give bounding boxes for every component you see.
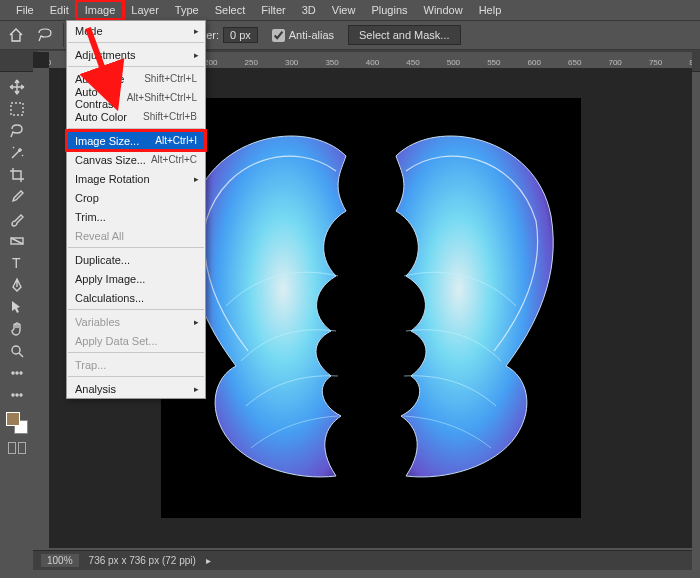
zoom-level[interactable]: 100% <box>41 554 79 567</box>
ruler-vertical <box>33 68 49 548</box>
ruler-tick: 550 <box>487 58 500 67</box>
menu-item-image-rotation[interactable]: Image Rotation <box>67 169 205 188</box>
anti-alias-label: Anti-alias <box>289 29 334 41</box>
menu-item-label: Mode <box>75 25 103 37</box>
svg-rect-0 <box>11 103 23 115</box>
menu-item-canvas-size[interactable]: Canvas Size...Alt+Ctrl+C <box>67 150 205 169</box>
menu-item-adjustments[interactable]: Adjustments <box>67 45 205 64</box>
magic-wand-tool[interactable] <box>5 142 29 164</box>
lasso-tool[interactable] <box>5 120 29 142</box>
pen-tool[interactable] <box>5 274 29 296</box>
ruler-tick: 300 <box>285 58 298 67</box>
svg-text:T: T <box>12 255 21 271</box>
menu-item-mode[interactable]: Mode <box>67 21 205 40</box>
image-content-left-wing <box>181 126 366 486</box>
menu-item-auto-color[interactable]: Auto ColorShift+Ctrl+B <box>67 107 205 126</box>
menu-item-label: Canvas Size... <box>75 154 146 166</box>
ruler-tick: 650 <box>568 58 581 67</box>
menu-layer[interactable]: Layer <box>123 1 167 19</box>
menu-filter[interactable]: Filter <box>253 1 293 19</box>
menu-item-label: Duplicate... <box>75 254 130 266</box>
menu-item-label: Analysis <box>75 383 116 395</box>
ruler-tick: 200 <box>204 58 217 67</box>
menu-item-label: Auto Color <box>75 111 127 123</box>
anti-alias-input[interactable] <box>272 29 285 42</box>
marquee-tool[interactable] <box>5 98 29 120</box>
menu-item-label: Trap... <box>75 359 106 371</box>
edit-toolbar[interactable] <box>5 384 29 406</box>
tools-panel: T <box>4 72 30 456</box>
hand-tool[interactable] <box>5 318 29 340</box>
zoom-tool[interactable] <box>5 340 29 362</box>
menu-separator <box>68 247 204 248</box>
image-content-right-wing <box>376 126 561 486</box>
menu-item-crop[interactable]: Crop <box>67 188 205 207</box>
menu-item-duplicate[interactable]: Duplicate... <box>67 250 205 269</box>
menu-item-label: Auto Contrast <box>75 86 127 110</box>
home-button[interactable] <box>4 23 28 47</box>
more-tools[interactable] <box>5 362 29 384</box>
menu-item-variables: Variables <box>67 312 205 331</box>
svg-point-8 <box>16 394 18 396</box>
gradient-tool[interactable] <box>5 230 29 252</box>
image-menu-dropdown: ModeAdjustmentsAuto ToneShift+Ctrl+LAuto… <box>66 20 206 399</box>
menu-item-label: Variables <box>75 316 120 328</box>
menu-separator <box>68 42 204 43</box>
document-info: 736 px x 736 px (72 ppi) <box>89 555 196 566</box>
menu-item-image-size[interactable]: Image Size...Alt+Ctrl+I <box>67 131 205 150</box>
ruler-tick: 800 <box>689 58 692 67</box>
menu-item-label: Trim... <box>75 211 106 223</box>
menu-view[interactable]: View <box>324 1 364 19</box>
anti-alias-checkbox[interactable]: Anti-alias <box>272 29 334 42</box>
menu-item-shortcut: Alt+Ctrl+I <box>155 135 197 146</box>
status-chevron-icon[interactable]: ▸ <box>206 555 211 566</box>
select-and-mask-button[interactable]: Select and Mask... <box>348 25 461 45</box>
menu-item-shortcut: Alt+Shift+Ctrl+L <box>127 92 197 103</box>
status-bar: 100% 736 px x 736 px (72 ppi) ▸ <box>33 550 692 570</box>
brush-tool[interactable] <box>5 208 29 230</box>
menu-item-shortcut: Alt+Ctrl+C <box>151 154 197 165</box>
menu-item-label: Auto Tone <box>75 73 124 85</box>
ruler-tick: 750 <box>649 58 662 67</box>
crop-tool[interactable] <box>5 164 29 186</box>
path-select-tool[interactable] <box>5 296 29 318</box>
menu-plugins[interactable]: Plugins <box>363 1 415 19</box>
color-swatches[interactable] <box>6 412 28 434</box>
menu-item-label: Apply Data Set... <box>75 335 158 347</box>
home-icon <box>8 27 24 43</box>
foreground-color-swatch[interactable] <box>6 412 20 426</box>
menu-window[interactable]: Window <box>416 1 471 19</box>
lasso-icon <box>36 27 54 43</box>
menu-type[interactable]: Type <box>167 1 207 19</box>
move-tool[interactable] <box>5 76 29 98</box>
ruler-tick: 600 <box>528 58 541 67</box>
menu-item-label: Adjustments <box>75 49 136 61</box>
screen-mode[interactable] <box>7 442 27 456</box>
menu-3d[interactable]: 3D <box>294 1 324 19</box>
ruler-tick: 400 <box>366 58 379 67</box>
menu-file[interactable]: File <box>8 1 42 19</box>
canvas[interactable] <box>161 98 581 518</box>
ruler-tick: 700 <box>608 58 621 67</box>
svg-point-6 <box>20 372 22 374</box>
menu-image[interactable]: Image <box>77 1 124 19</box>
ruler-tick: 500 <box>447 58 460 67</box>
feather-input[interactable]: 0 px <box>223 27 258 43</box>
menu-item-auto-contrast[interactable]: Auto ContrastAlt+Shift+Ctrl+L <box>67 88 205 107</box>
menu-item-analysis[interactable]: Analysis <box>67 379 205 398</box>
eyedropper-tool[interactable] <box>5 186 29 208</box>
menu-help[interactable]: Help <box>471 1 510 19</box>
menu-item-apply-image[interactable]: Apply Image... <box>67 269 205 288</box>
menu-select[interactable]: Select <box>207 1 254 19</box>
active-tool-preview[interactable] <box>34 23 64 47</box>
type-tool[interactable]: T <box>5 252 29 274</box>
ruler-tick: 0 <box>49 58 51 67</box>
menu-edit[interactable]: Edit <box>42 1 77 19</box>
svg-point-7 <box>12 394 14 396</box>
menu-item-trap: Trap... <box>67 355 205 374</box>
menu-separator <box>68 66 204 67</box>
menu-separator <box>68 309 204 310</box>
svg-point-5 <box>16 372 18 374</box>
menu-item-calculations[interactable]: Calculations... <box>67 288 205 307</box>
menu-item-trim[interactable]: Trim... <box>67 207 205 226</box>
